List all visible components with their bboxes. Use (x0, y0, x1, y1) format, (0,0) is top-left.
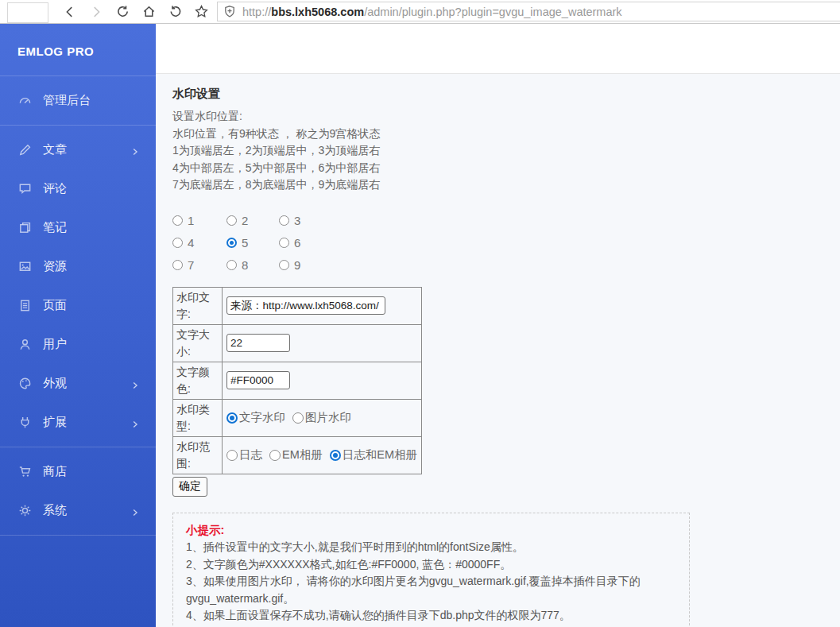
field-label: 水印文字: (173, 287, 223, 324)
radio-icon[interactable] (279, 238, 289, 248)
sidebar-item-label: 评论 (43, 181, 140, 196)
position-radio-4[interactable]: 4 (172, 235, 226, 251)
watermark-text-input[interactable] (226, 296, 385, 315)
radio-icon[interactable] (226, 450, 238, 461)
sidebar-item-appearance[interactable]: 外观 (0, 364, 156, 403)
sidebar-item-system[interactable]: 系统 (0, 491, 156, 530)
position-radio-9[interactable]: 9 (279, 257, 335, 273)
comment-icon (17, 181, 33, 196)
tips-box: 小提示: 1、插件设置中的文字大小,就是我们平时用到的html的fontSize… (172, 513, 690, 627)
sidebar-item-notes[interactable]: 笔记 (0, 208, 156, 247)
watermark-scope-radio[interactable]: 日志和EM相册 (330, 447, 417, 463)
instruction-line: 4为中部居左，5为中部居中，6为中部居右 (172, 160, 840, 177)
gear-icon (17, 503, 33, 518)
undo-icon[interactable] (167, 4, 183, 20)
chevron-right-icon (130, 506, 140, 516)
sidebar-item-label: 商店 (43, 464, 140, 479)
watermark-type-radio[interactable]: 图片水印 (292, 410, 351, 425)
home-icon[interactable] (141, 4, 157, 20)
position-radio-grid: 123456789 (172, 213, 840, 273)
table-row: 文字颜色: (173, 362, 422, 399)
watermark-scope-radio[interactable]: EM相册 (269, 447, 323, 463)
sidebar-item-label: 笔记 (43, 220, 140, 235)
address-bar[interactable]: http://bbs.lxh5068.com/admin/plugin.php?… (217, 2, 840, 21)
note-icon (17, 220, 33, 235)
radio-icon[interactable] (279, 215, 289, 226)
sidebar-divider (0, 125, 156, 126)
radio-icon[interactable] (226, 260, 237, 270)
sidebar-item-articles[interactable]: 文章 (0, 130, 156, 169)
user-icon (17, 337, 33, 352)
browser-toolbar: http://bbs.lxh5068.com/admin/plugin.php?… (0, 0, 840, 24)
site-security-shield-icon[interactable] (222, 4, 238, 20)
radio-icon[interactable] (226, 238, 237, 248)
field-label: 水印类型: (173, 399, 223, 436)
position-radio-label: 7 (188, 258, 194, 272)
radio-icon[interactable] (226, 215, 237, 226)
forward-icon[interactable] (88, 4, 104, 20)
tip-line: 3、如果使用图片水印， 请将你的水印图片更名为gvgu_watermark.gi… (186, 573, 676, 607)
tips-title: 小提示: (186, 522, 676, 540)
instruction-line: 7为底端居左，8为底端居中，9为底端居右 (172, 176, 840, 194)
position-radio-6[interactable]: 6 (279, 235, 335, 251)
position-instructions: 设置水印位置:水印位置，有9种状态 ， 称之为9宫格状态1为顶端居左，2为顶端居… (172, 108, 840, 194)
position-radio-label: 3 (294, 214, 300, 227)
position-radio-8[interactable]: 8 (226, 257, 279, 273)
position-radio-label: 6 (294, 236, 300, 250)
cart-icon (17, 464, 33, 479)
confirm-button[interactable]: 确定 (172, 477, 207, 497)
field-label: 文字颜色: (173, 362, 223, 399)
table-row: 水印范围:日志EM相册日志和EM相册 (173, 436, 422, 474)
field-label: 文字大小: (173, 324, 223, 362)
tip-line: 1、插件设置中的文字大小,就是我们平时用到的html的fontSize属性。 (186, 539, 676, 556)
radio-icon[interactable] (172, 215, 183, 226)
sidebar-item-resources[interactable]: 资源 (0, 247, 156, 286)
position-radio-3[interactable]: 3 (279, 213, 335, 229)
instruction-line: 设置水印位置: (172, 108, 840, 126)
sidebar-item-users[interactable]: 用户 (0, 325, 156, 364)
palette-icon (17, 376, 33, 391)
browser-tab[interactable] (7, 2, 48, 23)
image-icon (17, 259, 33, 274)
position-radio-5[interactable]: 5 (226, 235, 279, 251)
position-radio-2[interactable]: 2 (226, 213, 279, 229)
radio-icon[interactable] (172, 238, 183, 248)
position-radio-7[interactable]: 7 (172, 257, 226, 273)
table-row: 文字大小: (173, 324, 422, 362)
dashboard-icon (17, 93, 33, 108)
table-row: 水印类型:文字水印图片水印 (173, 399, 422, 436)
radio-option-label: 日志 (239, 447, 262, 463)
instruction-line: 水印位置，有9种状态 ， 称之为9宫格状态 (172, 126, 840, 143)
watermark-type-radio[interactable]: 文字水印 (226, 410, 285, 425)
tip-line: 4、如果上面设置保存不成功,请确认您的插件目录下db.php文件的权限为777。 (186, 607, 676, 625)
app-logo: EMLOG PRO (0, 24, 156, 71)
radio-icon[interactable] (269, 450, 281, 461)
radio-icon[interactable] (292, 412, 304, 424)
position-radio-label: 2 (242, 214, 248, 227)
back-icon[interactable] (62, 4, 78, 20)
radio-icon[interactable] (279, 260, 289, 270)
sidebar-item-extensions[interactable]: 扩展 (0, 403, 156, 442)
radio-option-label: 图片水印 (305, 410, 351, 425)
refresh-icon[interactable] (114, 4, 130, 20)
chevron-right-icon (130, 145, 140, 155)
sidebar-item-store[interactable]: 商店 (0, 452, 156, 491)
position-radio-label: 1 (188, 214, 194, 227)
sidebar-item-pages[interactable]: 页面 (0, 286, 156, 325)
favorite-star-icon[interactable] (193, 4, 209, 20)
sidebar-item-comments[interactable]: 评论 (0, 169, 156, 208)
radio-icon[interactable] (172, 260, 183, 270)
main-header (156, 24, 840, 74)
watermark-scope-radio[interactable]: 日志 (226, 447, 262, 463)
font-size-input[interactable] (226, 334, 290, 352)
sidebar-item-dashboard[interactable]: 管理后台 (0, 81, 156, 120)
sidebar-item-label: 扩展 (43, 415, 130, 430)
sidebar-item-label: 管理后台 (43, 93, 140, 108)
radio-icon[interactable] (330, 450, 341, 461)
sidebar-divider (0, 535, 156, 536)
radio-icon[interactable] (226, 412, 238, 424)
chevron-right-icon (130, 379, 140, 389)
position-radio-1[interactable]: 1 (172, 213, 226, 229)
font-color-input[interactable] (226, 371, 290, 389)
sidebar-item-label: 页面 (43, 298, 140, 313)
